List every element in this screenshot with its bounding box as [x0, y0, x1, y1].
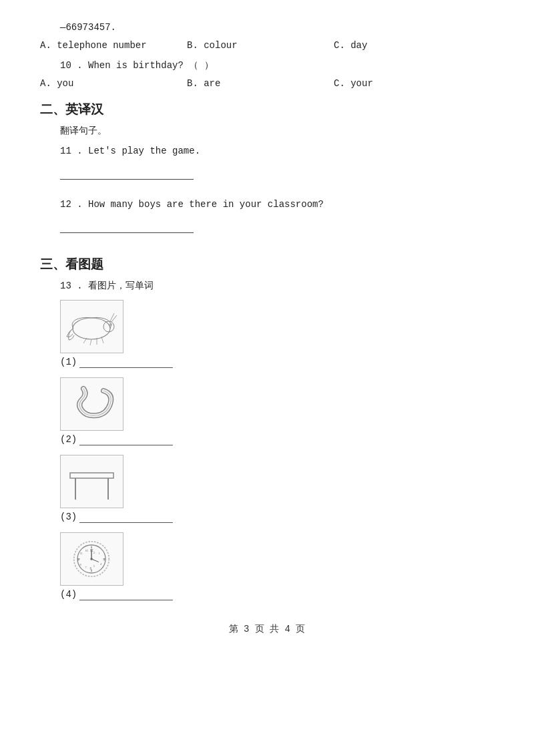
q10-option-c: C. your — [334, 78, 481, 89]
footer-text: 第 3 页 共 4 页 — [229, 624, 306, 634]
image-item-2: (2) — [60, 377, 494, 448]
svg-line-3 — [111, 315, 117, 322]
sketch-clock: 12 6 9 3 1 4 11 8 2 5 10 7 — [60, 532, 123, 586]
image-label-4: (4) — [60, 589, 77, 600]
svg-line-6 — [90, 339, 91, 345]
top-line: —66973457. — [60, 20, 494, 36]
snake-svg — [63, 381, 120, 427]
q11-block: 11 . Let's play the game. — [60, 144, 494, 190]
q9-option-a: A. telephone number — [40, 40, 187, 51]
q9-option-b: B. colour — [187, 40, 334, 51]
write-line-2 — [79, 433, 173, 445]
write-line-3 — [79, 511, 173, 523]
section3-header: 三、看图题 — [40, 256, 494, 273]
q12-block: 12 . How many boys are there in your cla… — [60, 197, 494, 244]
translate-instruction: 翻译句子。 — [60, 125, 494, 137]
shrimp-svg — [63, 303, 120, 350]
sketch-snake — [60, 377, 123, 431]
image-item-3: (3) — [60, 455, 494, 526]
see-pic-instruction: 13 . 看图片，写单词 — [60, 280, 494, 292]
q12-text: 12 . How many boys are there in your cla… — [60, 197, 494, 213]
q9-option-c: C. day — [334, 40, 481, 51]
q10-option-b: B. are — [187, 78, 334, 89]
image-item-1: (1) — [60, 300, 494, 371]
svg-rect-9 — [70, 473, 113, 478]
page-content: —66973457. A. telephone number B. colour… — [40, 20, 494, 635]
q10-options: A. you B. are C. your — [40, 78, 494, 89]
image-label-1: (1) — [60, 357, 77, 367]
q12-answer-line — [60, 221, 194, 233]
sketch-table — [60, 455, 123, 508]
svg-text:5: 5 — [93, 564, 95, 568]
image-section: (1) (2) — [60, 300, 494, 603]
page-footer: 第 3 页 共 4 页 — [40, 623, 494, 635]
svg-point-0 — [73, 318, 110, 339]
write-line-4 — [79, 588, 173, 600]
q9-options: A. telephone number B. colour C. day — [40, 40, 494, 51]
svg-text:3: 3 — [103, 557, 105, 561]
image-item-4: 12 6 9 3 1 4 11 8 2 5 10 7 — [60, 532, 494, 603]
svg-text:4: 4 — [100, 562, 102, 565]
section2-title: 二、英译汉 — [40, 101, 103, 118]
svg-text:2: 2 — [93, 551, 95, 554]
svg-text:10: 10 — [85, 548, 88, 552]
table-svg — [63, 458, 120, 505]
svg-point-1 — [103, 321, 114, 332]
svg-line-4 — [110, 313, 114, 321]
q10-text: 10 . When is birthday? （ ） — [60, 57, 494, 74]
svg-point-32 — [90, 558, 93, 560]
svg-text:8: 8 — [80, 562, 82, 566]
svg-text:11: 11 — [80, 552, 83, 555]
clock-svg: 12 6 9 3 1 4 11 8 2 5 10 7 — [63, 536, 120, 582]
svg-text:9: 9 — [77, 557, 79, 561]
svg-point-2 — [109, 323, 112, 326]
q10-option-a: A. you — [40, 78, 187, 89]
q11-text: 11 . Let's play the game. — [60, 144, 494, 160]
image-label-3: (3) — [60, 512, 77, 522]
svg-text:1: 1 — [99, 552, 100, 555]
sketch-shrimp — [60, 300, 123, 353]
section2-header: 二、英译汉 — [40, 101, 494, 118]
q11-answer-line — [60, 168, 194, 180]
svg-text:6: 6 — [89, 566, 91, 570]
section3-title: 三、看图题 — [40, 256, 103, 273]
write-line-1 — [79, 356, 173, 368]
image-label-2: (2) — [60, 434, 77, 445]
svg-text:7: 7 — [85, 566, 87, 569]
